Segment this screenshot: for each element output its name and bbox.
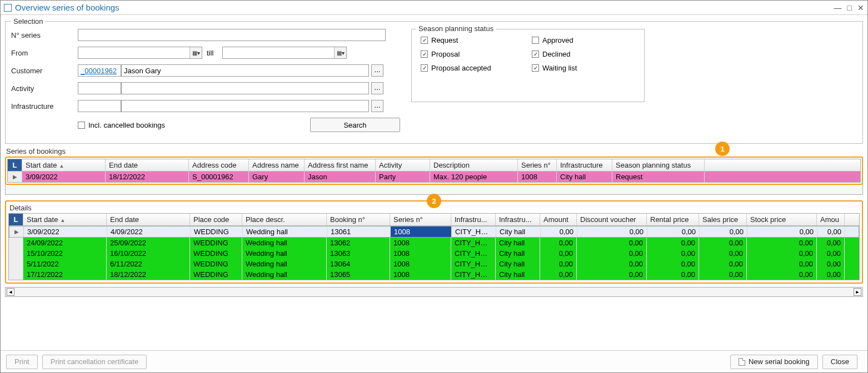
column-header[interactable]: End date <box>106 159 189 171</box>
status-checkbox[interactable] <box>421 64 428 72</box>
status-checkbox[interactable] <box>532 51 539 58</box>
table-cell: 3/09/2022 <box>22 172 106 182</box>
from-date-field[interactable] <box>78 48 189 58</box>
column-header[interactable]: Activity <box>376 159 430 171</box>
status-checkbox[interactable] <box>421 51 428 58</box>
table-row[interactable]: 15/10/202216/10/2022WEDDINGWedding hall1… <box>9 248 859 259</box>
column-header[interactable]: Amou <box>817 214 845 225</box>
column-header[interactable]: Start date▲ <box>23 214 107 225</box>
column-header[interactable]: Address first name <box>305 159 376 171</box>
table-cell: CITY_HALL <box>451 269 496 280</box>
table-cell: 1008 <box>391 226 452 237</box>
from-date-input[interactable]: ▦▾ <box>78 47 202 59</box>
table-cell: 0,00 <box>747 238 817 248</box>
table-cell: 1008 <box>390 238 451 248</box>
label-from: From <box>11 49 78 57</box>
search-button[interactable]: Search <box>310 118 400 132</box>
table-cell: City hall <box>496 238 540 248</box>
table-cell: 0,00 <box>747 248 817 259</box>
column-header[interactable]: Address name <box>249 159 305 171</box>
activity-name-input[interactable] <box>121 82 369 94</box>
column-header[interactable]: Description <box>430 159 518 171</box>
column-header[interactable]: Place code <box>190 214 242 225</box>
close-icon[interactable]: ✕ <box>857 3 864 12</box>
table-cell: 13063 <box>327 248 390 259</box>
status-checkbox[interactable] <box>532 64 539 72</box>
table-cell: 0,00 <box>699 269 747 280</box>
table-cell: WEDDING <box>190 269 242 280</box>
status-checkbox[interactable] <box>421 37 428 44</box>
column-header[interactable]: Infrastru... <box>496 214 540 225</box>
row-handle-icon[interactable]: ▶ <box>8 172 22 182</box>
table-row[interactable]: ▶3/09/202218/12/2022S_00001962GaryJasonP… <box>8 172 860 182</box>
table-cell: 17/12/2022 <box>23 269 107 280</box>
series-grid[interactable]: LStart date▲End dateAddress codeAddress … <box>7 159 861 183</box>
grid-corner[interactable]: L <box>8 159 22 171</box>
label-till: till <box>207 49 213 57</box>
print-cancellation-button[interactable]: Print cancellation certificate <box>42 355 147 369</box>
status-label: Approved <box>542 36 573 44</box>
details-hscrollbar[interactable]: ◄ ► <box>5 287 863 297</box>
column-header[interactable]: Series n° <box>390 214 451 225</box>
table-cell: Wedding hall <box>243 226 327 237</box>
minimize-icon[interactable]: — <box>834 3 842 12</box>
badge-2: 2 <box>427 194 441 208</box>
column-header[interactable]: Season planning status <box>612 159 705 171</box>
status-label: Declined <box>542 50 571 58</box>
column-header[interactable]: Booking n° <box>327 214 390 225</box>
table-cell: 1008 <box>390 248 451 259</box>
close-button[interactable]: Close <box>822 355 857 369</box>
column-header[interactable]: Place descr. <box>242 214 327 225</box>
column-header[interactable]: Sales price <box>699 214 747 225</box>
row-handle-icon[interactable]: ▶ <box>9 226 24 237</box>
scroll-left-icon[interactable]: ◄ <box>7 288 14 296</box>
column-header[interactable]: Stock price <box>747 214 817 225</box>
row-handle-icon[interactable] <box>9 248 23 259</box>
maximize-icon[interactable]: □ <box>847 3 852 12</box>
column-header[interactable]: Start date▲ <box>22 159 106 171</box>
incl-cancelled-checkbox[interactable] <box>78 122 85 129</box>
activity-code-input[interactable] <box>78 82 121 94</box>
scroll-right-icon[interactable]: ► <box>854 288 861 296</box>
table-row[interactable]: 5/11/20226/11/2022WEDDINGWedding hall130… <box>9 259 859 269</box>
table-cell: CITY_HALL <box>451 238 496 248</box>
table-row[interactable]: ▶3/09/20224/09/2022WEDDINGWedding hall13… <box>9 226 859 238</box>
row-handle-icon[interactable] <box>9 269 23 280</box>
table-row[interactable]: 17/12/202218/12/2022WEDDINGWedding hall1… <box>9 269 859 280</box>
column-header[interactable]: Address code <box>189 159 249 171</box>
infrastructure-lookup-button[interactable]: ... <box>371 100 383 112</box>
table-row[interactable]: 24/09/202225/09/2022WEDDINGWedding hall1… <box>9 238 859 248</box>
table-cell: 0,00 <box>647 269 699 280</box>
customer-lookup-button[interactable]: ... <box>371 64 383 77</box>
column-header[interactable]: End date <box>107 214 190 225</box>
till-date-input[interactable]: ▦▾ <box>222 47 347 59</box>
till-date-field[interactable] <box>223 48 334 58</box>
calendar-dropdown-icon[interactable]: ▦▾ <box>189 47 202 58</box>
column-header[interactable]: Series n° <box>518 159 557 171</box>
grid-corner[interactable]: L <box>9 214 23 225</box>
table-cell: CITY_HALL <box>451 248 496 259</box>
row-handle-icon[interactable] <box>9 259 23 269</box>
column-header[interactable]: Amount <box>540 214 577 225</box>
details-grid[interactable]: LStart date▲End datePlace codePlace desc… <box>8 213 860 280</box>
sort-asc-icon: ▲ <box>60 218 65 223</box>
infrastructure-code-input[interactable] <box>78 100 121 112</box>
customer-name-input[interactable] <box>121 64 369 77</box>
print-button[interactable]: Print <box>6 355 38 369</box>
infrastructure-name-input[interactable] <box>121 100 369 112</box>
column-header[interactable]: Rental price <box>647 214 699 225</box>
column-header[interactable]: Discount voucher <box>577 214 647 225</box>
n-series-input[interactable] <box>78 29 386 41</box>
row-handle-icon[interactable] <box>9 238 23 248</box>
activity-lookup-button[interactable]: ... <box>371 82 383 94</box>
column-header[interactable]: Infrastru... <box>451 214 496 225</box>
new-serial-booking-button[interactable]: New serial booking <box>730 355 818 369</box>
table-cell: 0,00 <box>817 259 845 269</box>
column-header[interactable]: Infrastructure <box>557 159 612 171</box>
customer-code-input[interactable] <box>78 64 121 77</box>
status-item: Waiting list <box>532 64 621 72</box>
status-item: Proposal <box>421 50 526 58</box>
status-checkbox[interactable] <box>532 37 539 44</box>
status-label: Proposal accepted <box>431 64 491 72</box>
calendar-dropdown-icon[interactable]: ▦▾ <box>334 47 346 58</box>
